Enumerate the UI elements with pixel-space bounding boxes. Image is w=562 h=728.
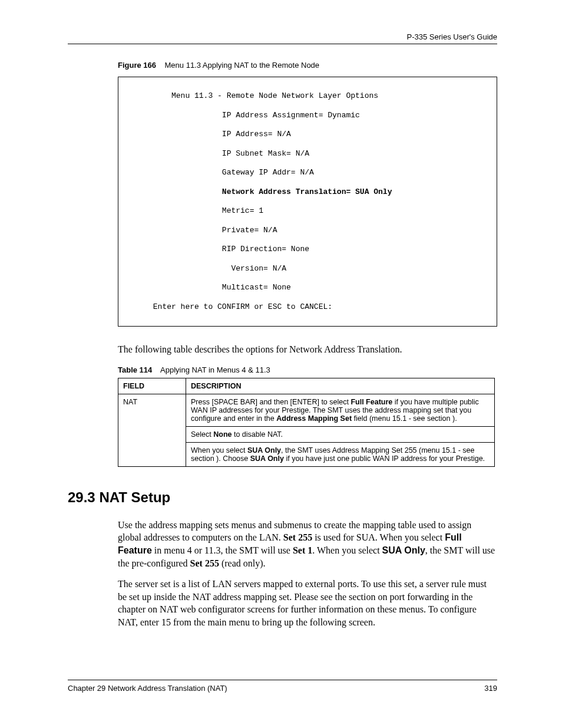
page-header: P-335 Series User's Guide (68, 32, 497, 44)
body-paragraph: The server set is a list of LAN servers … (118, 578, 497, 628)
section-heading: 29.3 NAT Setup (68, 489, 497, 506)
cell-field: NAT (118, 394, 186, 466)
footer-page-number: 319 (484, 684, 497, 693)
code-line: RIP Direction= None (125, 245, 490, 254)
cell-description: Select None to disable NAT. (186, 426, 495, 442)
table-row: NAT Press [SPACE BAR] and then [ENTER] t… (118, 394, 495, 426)
table-header-row: Field Description (118, 378, 495, 394)
header-field: Field (118, 378, 186, 394)
code-line: Multicast= None (125, 283, 490, 292)
code-line: IP Address Assignment= Dynamic (125, 111, 490, 120)
page-footer: Chapter 29 Network Address Translation (… (68, 680, 497, 693)
code-line: Private= N/A (125, 226, 490, 235)
table-label: Table 114 (118, 365, 152, 374)
figure-caption-text: Menu 11.3 Applying NAT to the Remote Nod… (165, 61, 320, 70)
code-line: Enter here to CONFIRM or ESC to CANCEL: (125, 302, 490, 312)
guide-title: P-335 Series User's Guide (407, 32, 498, 41)
table-caption-text: Applying NAT in Menus 4 & 11.3 (160, 365, 270, 374)
code-line: Metric= 1 (125, 206, 490, 216)
body-paragraph: Use the address mapping sets menus and s… (118, 519, 497, 569)
intro-paragraph: The following table describes the option… (118, 343, 497, 356)
nat-options-table: Field Description NAT Press [SPACE BAR] … (118, 378, 495, 467)
code-line: IP Address= N/A (125, 130, 490, 139)
code-line: IP Subnet Mask= N/A (125, 149, 490, 159)
code-line: Version= N/A (125, 264, 490, 274)
code-line-bold: Network Address Translation= SUA Only (125, 187, 490, 197)
figure-label: Figure 166 (118, 61, 156, 70)
footer-chapter: Chapter 29 Network Address Translation (… (68, 684, 227, 693)
code-line: Menu 11.3 - Remote Node Network Layer Op… (125, 91, 490, 101)
table-caption: Table 114 Applying NAT in Menus 4 & 11.3 (118, 365, 497, 374)
header-description: Description (186, 378, 495, 394)
code-line: Gateway IP Addr= N/A (125, 168, 490, 177)
figure-code-box: Menu 11.3 - Remote Node Network Layer Op… (118, 77, 497, 327)
figure-caption: Figure 166 Menu 11.3 Applying NAT to the… (118, 61, 497, 70)
cell-description: When you select SUA Only, the SMT uses A… (186, 442, 495, 466)
cell-description: Press [SPACE BAR] and then [ENTER] to se… (186, 394, 495, 426)
